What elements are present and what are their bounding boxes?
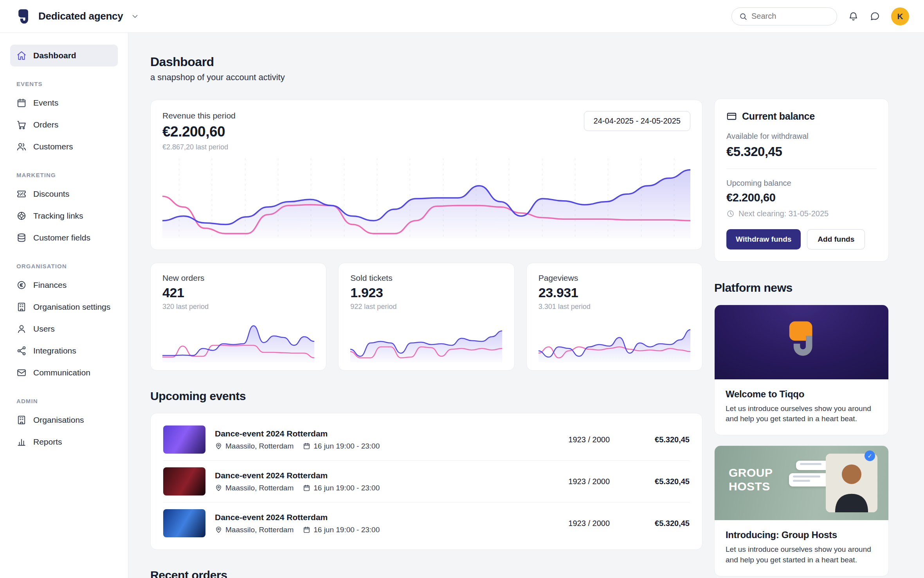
customers-icon: [16, 142, 27, 152]
sidebar-item-label: Organisation settings: [33, 302, 110, 312]
recent-orders-title: Recent orders: [150, 569, 702, 578]
news-heading: Welcome to Tiqqo: [726, 389, 877, 400]
next-clearing: Next clearing: 31-05-2025: [738, 209, 829, 218]
sidebar-item-organisation-settings[interactable]: Organisation settings: [10, 296, 118, 318]
sidebar-item-label: Users: [33, 324, 55, 334]
stat-label: New orders: [162, 273, 314, 283]
coins-icon: [16, 280, 27, 290]
sidebar-item-label: Events: [33, 98, 58, 108]
sidebar-item-customers[interactable]: Customers: [10, 136, 118, 158]
sidebar-item-customer-fields[interactable]: Customer fields: [10, 227, 118, 249]
messages-chat-icon[interactable]: [870, 11, 880, 22]
platform-news-title: Platform news: [714, 281, 889, 294]
sidebar-section-events: EVENTS: [16, 81, 112, 87]
add-funds-button[interactable]: Add funds: [807, 229, 865, 250]
event-revenue: €5.320,45: [619, 477, 690, 486]
page-subtitle: a snapshop of your account activity: [150, 72, 702, 83]
upcoming-label: Upcoming balance: [726, 179, 877, 188]
event-tickets-sold: 1923 / 2000: [543, 477, 610, 486]
card-icon: [726, 111, 737, 122]
event-datetime: 16 jun 19:00 - 23:00: [313, 442, 380, 451]
revenue-card: Revenue this period €2.200,60 €2.867,20 …: [150, 100, 702, 250]
available-value: €5.320,45: [726, 144, 877, 159]
sidebar-section-marketing: MARKETING: [16, 172, 112, 178]
event-thumbnail: [163, 425, 205, 454]
available-label: Available for withdrawal: [726, 132, 877, 141]
upcoming-events-card: Dance-event 2024 Rotterdam Maassilo, Rot…: [150, 413, 702, 550]
calendar-icon: [303, 484, 310, 492]
sidebar-item-label: Customers: [33, 142, 73, 151]
event-name: Dance-event 2024 Rotterdam: [215, 471, 534, 480]
sidebar-item-communication[interactable]: Communication: [10, 362, 118, 384]
sidebar-item-orders[interactable]: Orders: [10, 114, 118, 136]
upcoming-value: €2.200,60: [726, 191, 877, 204]
revenue-last-period: €2.867,20 last period: [162, 143, 236, 151]
event-row[interactable]: Dance-event 2024 Rotterdam Maassilo, Rot…: [163, 503, 690, 544]
stat-value: 421: [162, 285, 314, 300]
building-icon: [16, 302, 27, 312]
sidebar-item-organisations[interactable]: Organisations: [10, 409, 118, 431]
news-text: Let us introduce ourselves show you arou…: [726, 544, 877, 565]
sidebar-item-finances[interactable]: Finances: [10, 274, 118, 296]
event-row[interactable]: Dance-event 2024 Rotterdam Maassilo, Rot…: [163, 461, 690, 503]
home-icon: [16, 50, 27, 61]
event-location: Maassilo, Rotterdam: [225, 484, 294, 492]
stat-last-period: 320 last period: [162, 303, 314, 311]
chat-bubble: [789, 473, 830, 486]
sidebar: Dashboard EVENTS Events Orders Customers…: [0, 33, 128, 578]
event-tickets-sold: 1923 / 2000: [543, 519, 610, 528]
sidebar-item-label: Dashboard: [33, 51, 76, 60]
sidebar-section-admin: ADMIN: [16, 398, 112, 404]
news-card-welcome[interactable]: Welcome to Tiqqo Let us introduce oursel…: [714, 305, 889, 435]
revenue-value: €2.200,60: [162, 124, 236, 140]
sidebar-item-label: Communication: [33, 368, 90, 377]
location-pin-icon: [215, 526, 222, 533]
integrations-icon: [16, 346, 27, 356]
date-range-selector[interactable]: 24-04-2025 - 24-05-2025: [584, 111, 690, 131]
sidebar-item-reports[interactable]: Reports: [10, 431, 118, 453]
news-heading: Introducing: Group Hosts: [726, 530, 877, 540]
stat-value: 23.931: [539, 285, 690, 300]
news-image-text: GROUP HOSTS: [729, 466, 773, 493]
stat-last-period: 922 last period: [350, 303, 502, 311]
event-row[interactable]: Dance-event 2024 Rotterdam Maassilo, Rot…: [163, 419, 690, 461]
clock-icon: [726, 210, 735, 218]
sidebar-item-label: Orders: [33, 120, 58, 129]
page-title: Dashboard: [150, 55, 702, 69]
tracking-icon: [16, 211, 27, 221]
event-tickets-sold: 1923 / 2000: [543, 435, 610, 444]
notifications-bell-icon[interactable]: [848, 11, 859, 22]
sidebar-item-tracking-links[interactable]: Tracking links: [10, 205, 118, 227]
calendar-icon: [303, 442, 310, 450]
sidebar-item-label: Organisations: [33, 415, 84, 425]
revenue-chart: [162, 158, 690, 238]
event-name: Dance-event 2024 Rotterdam: [215, 513, 534, 522]
pageviews-chart: [539, 319, 690, 363]
chevron-down-icon[interactable]: [131, 12, 139, 21]
user-icon: [16, 324, 27, 334]
sidebar-item-integrations[interactable]: Integrations: [10, 340, 118, 362]
withdraw-funds-button[interactable]: Withdraw funds: [726, 229, 801, 250]
stat-label: Sold tickets: [350, 273, 502, 283]
news-card-group-hosts[interactable]: GROUP HOSTS ✓ Introdu: [714, 445, 889, 576]
event-location: Maassilo, Rotterdam: [225, 526, 294, 534]
sidebar-item-events[interactable]: Events: [10, 92, 118, 114]
upcoming-events-title: Upcoming events: [150, 390, 702, 403]
divider: [726, 169, 877, 169]
sidebar-item-label: Tracking links: [33, 211, 83, 221]
sidebar-item-label: Finances: [33, 280, 67, 290]
sidebar-item-dashboard[interactable]: Dashboard: [10, 45, 118, 66]
organisation-name: Dedicated agency: [38, 10, 123, 22]
sidebar-item-discounts[interactable]: Discounts: [10, 183, 118, 205]
tiqqo-logo: [780, 318, 823, 366]
search-input[interactable]: [751, 12, 830, 21]
calendar-icon: [16, 98, 27, 108]
event-revenue: €5.320,45: [619, 435, 690, 444]
user-avatar[interactable]: K: [891, 7, 909, 25]
sidebar-item-label: Reports: [33, 437, 62, 447]
search-box[interactable]: [731, 7, 837, 25]
sidebar-item-users[interactable]: Users: [10, 318, 118, 340]
event-datetime: 16 jun 19:00 - 23:00: [313, 526, 380, 534]
event-revenue: €5.320,45: [619, 519, 690, 528]
news-image-tiqqo: [715, 305, 888, 379]
